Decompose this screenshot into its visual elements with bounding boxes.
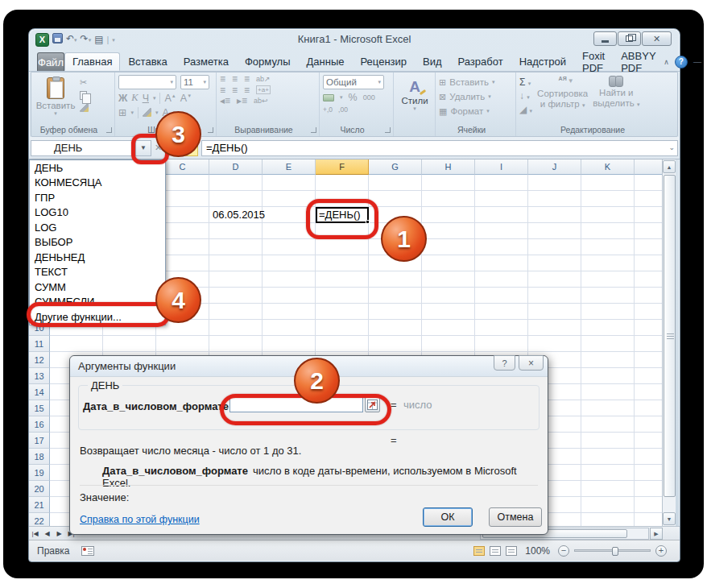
vertical-scrollbar-thumb[interactable]	[664, 175, 676, 497]
ok-button[interactable]: ОК	[423, 507, 473, 527]
wrap-text-icon[interactable]: ab↩	[254, 97, 268, 105]
zoom-level-label[interactable]: 100%	[525, 545, 550, 557]
normal-view-icon[interactable]	[473, 546, 485, 556]
borders-button[interactable]: ⊞	[118, 106, 126, 118]
fill-color-icon[interactable]	[143, 108, 151, 117]
decrease-decimal-icon[interactable]: ,00	[338, 106, 348, 114]
row-header-20[interactable]: 20	[29, 481, 50, 497]
dialog-launcher-icon[interactable]	[106, 127, 112, 133]
function-item-гпр[interactable]: ГПР	[30, 190, 165, 205]
align-left-icon[interactable]: ≡	[220, 86, 225, 94]
tab-данные[interactable]: Данные	[299, 52, 353, 71]
macro-record-icon[interactable]	[81, 546, 94, 556]
cell-D3[interactable]: 06.05.2015	[209, 207, 263, 223]
vertical-scrollbar[interactable]: ▲ ▼	[662, 159, 676, 526]
tab-формулы[interactable]: Формулы	[237, 52, 299, 71]
dialog-help-button[interactable]: ?	[494, 355, 515, 371]
function-item-выбор[interactable]: ВЫБОР	[30, 235, 165, 251]
row-header-18[interactable]: 18	[29, 449, 50, 465]
align-middle-icon[interactable]: ≡	[232, 75, 238, 83]
tab-главная[interactable]: Главная	[64, 52, 120, 71]
tab-надстрой[interactable]: Надстрой	[511, 52, 574, 71]
row-header-12[interactable]: 12	[29, 352, 50, 368]
column-header-K[interactable]: K	[581, 159, 635, 175]
comma-style-button[interactable]: 000	[363, 93, 375, 101]
grow-font-button[interactable]: А▲	[164, 93, 176, 104]
row-header-22[interactable]: 22	[29, 513, 50, 526]
next-sheet-icon[interactable]: ▶	[53, 530, 65, 537]
format-painter-icon[interactable]	[80, 103, 89, 112]
function-item-сумм[interactable]: СУММ	[30, 280, 165, 295]
tab-рецензир[interactable]: Рецензир	[353, 52, 416, 71]
zoom-slider[interactable]	[574, 549, 651, 552]
increase-indent-icon[interactable]: ▸≡	[237, 97, 247, 105]
delete-cells-button[interactable]: ⊠ Удалить▾	[439, 89, 512, 104]
first-sheet-icon[interactable]: |◀	[29, 530, 41, 537]
font-name-select[interactable]: ▾	[118, 75, 176, 89]
function-help-link[interactable]: Справка по этой функции	[80, 514, 200, 525]
tab-вставка[interactable]: Вставка	[120, 52, 175, 71]
increase-decimal-icon[interactable]: +,0	[323, 106, 333, 114]
tab-разработ[interactable]: Разработ	[450, 52, 511, 71]
zoom-in-icon[interactable]: +	[655, 545, 667, 557]
format-cells-button[interactable]: ▦ Формат▾	[439, 104, 512, 118]
merge-center-icon[interactable]: +a+	[256, 85, 271, 94]
prev-sheet-icon[interactable]: ◀	[41, 530, 53, 537]
column-header-I[interactable]: I	[475, 159, 528, 175]
restore-button[interactable]	[618, 31, 641, 46]
percent-style-button[interactable]: %	[349, 92, 358, 103]
underline-button[interactable]: Ч	[143, 93, 149, 104]
row-header-11[interactable]: 11	[29, 336, 50, 352]
workbook-minimize-icon[interactable]: —	[693, 57, 701, 66]
column-header-G[interactable]: G	[369, 159, 422, 175]
tab-вид[interactable]: Вид	[415, 52, 450, 71]
column-header-E[interactable]: E	[263, 159, 316, 175]
decrease-indent-icon[interactable]: ◂≡	[220, 97, 230, 105]
tab-разметка[interactable]: Разметка	[176, 52, 237, 71]
collapse-ribbon-icon[interactable]: ∧	[664, 58, 669, 66]
dialog-launcher-icon[interactable]	[208, 127, 213, 133]
align-bottom-icon[interactable]: ≡	[244, 75, 250, 83]
row-header-16[interactable]: 16	[29, 416, 50, 433]
scroll-down-icon[interactable]: ▼	[663, 512, 676, 525]
clear-button[interactable]: ◢ ▾	[519, 104, 532, 115]
column-header-H[interactable]: H	[422, 159, 475, 175]
row-header-19[interactable]: 19	[29, 465, 50, 481]
save-button[interactable]	[52, 33, 63, 47]
zoom-out-icon[interactable]: −	[558, 545, 569, 557]
page-break-view-icon[interactable]	[506, 546, 517, 556]
qat-customize-button[interactable]: ▾	[112, 32, 115, 47]
tab-file[interactable]: Файл	[37, 52, 64, 71]
minimize-button[interactable]	[593, 31, 617, 46]
fill-button[interactable]: ↓ ▾	[519, 90, 532, 101]
font-size-select[interactable]: 11▾	[180, 75, 209, 89]
row-header-17[interactable]: 17	[29, 433, 50, 449]
row-header-15[interactable]: 15	[29, 400, 50, 416]
help-icon[interactable]: ?	[675, 56, 688, 68]
cancel-button[interactable]: Отмена	[489, 507, 542, 527]
find-select-button[interactable]: Найти и выделить ▾	[593, 75, 639, 115]
copy-icon[interactable]	[80, 91, 87, 100]
function-item-log[interactable]: LOG	[30, 220, 165, 235]
column-header-D[interactable]: D	[209, 159, 263, 175]
align-center-icon[interactable]: ≡	[232, 86, 238, 94]
function-item-log10[interactable]: LOG10	[30, 205, 165, 221]
page-layout-view-icon[interactable]	[490, 546, 501, 556]
autosum-button[interactable]: Σ ▾	[519, 77, 532, 88]
tab-foxit-pdf[interactable]: Foxit PDF	[574, 52, 613, 71]
column-header-J[interactable]: J	[528, 159, 581, 175]
zoom-slider-thumb[interactable]	[612, 547, 618, 556]
align-top-icon[interactable]: ≡	[220, 75, 225, 83]
bold-button[interactable]: Ж	[118, 93, 127, 104]
undo-button[interactable]: ↶▾	[66, 32, 77, 47]
styles-button[interactable]: А Стили ▾	[397, 75, 432, 112]
accounting-format-icon[interactable]	[323, 94, 334, 101]
paste-button[interactable]: Вставить ▾	[35, 75, 76, 118]
expand-formula-bar-icon[interactable]: ⌄	[668, 143, 675, 151]
column-header-F[interactable]: F	[316, 159, 369, 175]
dialog-launcher-icon[interactable]	[311, 127, 316, 133]
name-box[interactable]: ДЕНЬ	[31, 140, 135, 156]
insert-cells-button[interactable]: ⊞ Вставить▾	[439, 75, 512, 89]
row-header-14[interactable]: 14	[29, 384, 50, 400]
function-item-конмесяца[interactable]: КОНМЕСЯЦА	[30, 176, 165, 191]
